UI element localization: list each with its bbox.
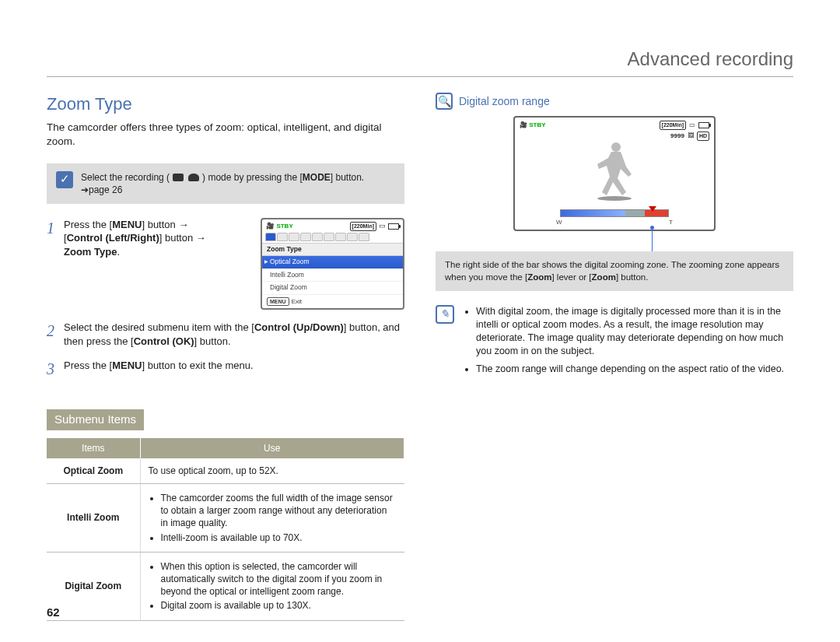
section-title: Zoom Type <box>47 93 404 116</box>
card-icon: ▭ <box>379 222 386 230</box>
camcorder-icon: 🎥 <box>266 222 275 230</box>
digital-zoom-heading: Digital zoom range <box>459 94 550 109</box>
zoom-caption: The right side of the bar shows the digi… <box>436 251 793 291</box>
page-header: Advanced recording <box>47 47 793 77</box>
battery-icon <box>388 223 399 230</box>
mode-note: ✓ Select the recording ( ) mode by press… <box>47 163 404 204</box>
callout-line <box>652 228 653 251</box>
camcorder-icon: 🎥 <box>520 121 527 128</box>
zoom-display: 🎥 STBY [220Min] ▭ 9999 🖼 HD <box>513 116 716 231</box>
menu-item: Optical Zoom <box>262 256 403 268</box>
submenu-table: Items Use Optical Zoom To use optical zo… <box>47 438 404 621</box>
check-icon: ✓ <box>56 171 73 188</box>
svg-point-0 <box>611 142 621 152</box>
page-number: 62 <box>47 605 60 620</box>
zoom-wide-label: W <box>556 219 562 227</box>
hd-badge: HD <box>697 132 709 140</box>
step-list: 1 Press the [MENU] button [Control (Left… <box>47 218 404 381</box>
photo-count: 9999 <box>670 132 684 141</box>
card-icon: ▭ <box>689 121 695 130</box>
list-item: The zoom range will change depending on … <box>476 363 793 376</box>
list-item: With digital zoom, the image is digitall… <box>476 305 793 358</box>
stby-label: STBY <box>529 121 545 128</box>
zoom-bar <box>560 209 669 217</box>
menu-header: Zoom Type <box>262 243 403 256</box>
table-row: Optical Zoom To use optical zoom, up to … <box>47 458 404 484</box>
svg-point-1 <box>597 196 632 201</box>
battery-icon <box>698 122 709 128</box>
photo-mode-icon <box>188 174 199 181</box>
step-number: 1 <box>47 218 64 310</box>
zoom-tele-label: T <box>669 219 673 227</box>
intro-text: The camcorder offers three types of zoom… <box>47 121 404 149</box>
table-row: Digital Zoom When this option is selecte… <box>47 552 404 620</box>
info-list: With digital zoom, the image is digitall… <box>462 305 793 380</box>
info-icon: ✎ <box>436 305 454 324</box>
stby-label: STBY <box>276 223 292 230</box>
menu-item: Intelli Zoom <box>262 269 403 282</box>
col-use: Use <box>140 438 404 458</box>
menu-lcd: 🎥 STBY [220Min] ▭ <box>261 218 404 310</box>
step-number: 2 <box>47 321 64 348</box>
step-number: 3 <box>47 359 64 380</box>
col-items: Items <box>47 438 140 458</box>
submenu-heading: Submenu Items <box>47 409 144 430</box>
note-text: Select the recording ( ) mode by pressin… <box>81 171 395 196</box>
time-remaining: [220Min] <box>660 121 686 129</box>
photo-icon: 🖼 <box>688 132 694 141</box>
skateboard-figure-icon <box>583 139 646 202</box>
menu-item: Digital Zoom <box>262 282 403 294</box>
video-mode-icon <box>173 174 184 181</box>
menu-exit: MENUExit <box>262 295 403 309</box>
magnifier-icon: 🔍 <box>436 93 453 110</box>
zoom-cursor-icon <box>649 206 656 212</box>
table-row: Intelli Zoom The camcorder zooms the ful… <box>47 484 404 553</box>
menu-tabs <box>262 233 403 241</box>
time-remaining: [220Min] <box>350 222 376 230</box>
